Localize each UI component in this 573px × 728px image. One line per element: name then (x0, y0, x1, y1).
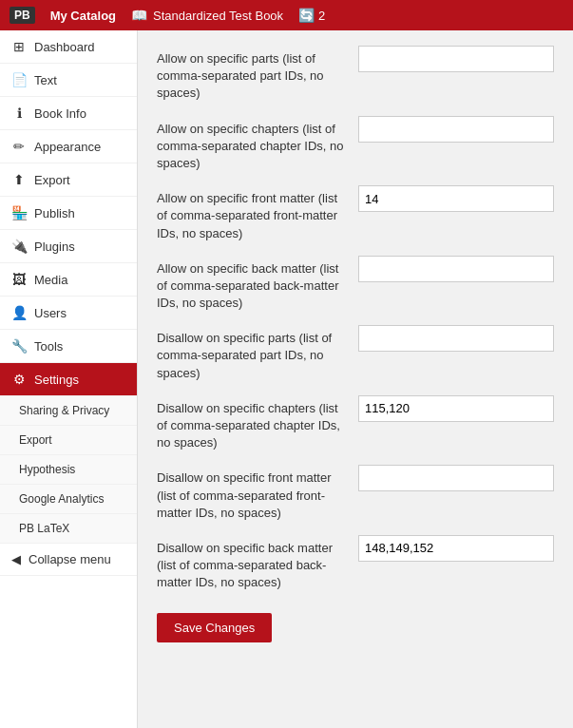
sidebar-submenu-hypothesis[interactable]: Hypothesis (0, 455, 137, 485)
dashboard-icon: ⊞ (11, 39, 27, 54)
form-input-disallow-chapters[interactable] (358, 395, 554, 422)
form-label-disallow-front-matter: Disallow on specific front matter (list … (157, 465, 347, 522)
form-row-disallow-front-matter: Disallow on specific front matter (list … (157, 465, 554, 522)
sidebar-item-export[interactable]: ⬆ Export (0, 163, 137, 197)
text-icon: 📄 (11, 72, 27, 87)
sidebar-label-appearance: Appearance (34, 140, 125, 154)
form-input-disallow-back-matter[interactable] (358, 535, 554, 562)
form-label-allow-front-matter: Allow on specific front matter (list of … (157, 185, 347, 242)
book-icon: 📖 (131, 8, 147, 23)
form-input-allow-chapters[interactable] (358, 116, 554, 143)
sidebar-label-text: Text (34, 73, 125, 87)
form-input-wrap-allow-chapters (358, 116, 554, 143)
form-row-disallow-parts: Disallow on specific parts (list of comm… (157, 325, 554, 382)
appearance-icon: ✏ (11, 139, 27, 154)
form-input-wrap-disallow-chapters (358, 395, 554, 422)
sidebar-submenu-google-analytics[interactable]: Google Analytics (0, 485, 137, 514)
my-catalog-link[interactable]: My Catalog (50, 9, 116, 23)
sidebar-item-dashboard[interactable]: ⊞ Dashboard (0, 30, 137, 64)
layout: ⊞ Dashboard 📄 Text ℹ Book Info ✏ Appeara… (0, 30, 573, 728)
form-input-disallow-front-matter[interactable] (358, 465, 554, 491)
sidebar-item-publish[interactable]: 🏪 Publish (0, 197, 137, 230)
form-label-disallow-back-matter: Disallow on specific back matter (list o… (157, 535, 347, 592)
form-input-allow-parts[interactable] (358, 46, 554, 72)
save-changes-button[interactable]: Save Changes (157, 613, 272, 642)
main-content: Allow on specific parts (list of comma-s… (138, 30, 573, 728)
sidebar-item-text[interactable]: 📄 Text (0, 64, 137, 97)
sidebar-submenu-export-sub[interactable]: Export (0, 426, 137, 455)
sidebar-label-export: Export (34, 173, 125, 187)
sidebar-item-plugins[interactable]: 🔌 Plugins (0, 230, 137, 263)
tools-icon: 🔧 (11, 338, 27, 354)
sidebar-item-appearance[interactable]: ✏ Appearance (0, 130, 137, 163)
sync-icon: 🔄 (298, 8, 315, 23)
form-label-allow-back-matter: Allow on specific back matter (list of c… (157, 256, 347, 313)
form-input-wrap-disallow-front-matter (358, 465, 554, 491)
sidebar-label-tools: Tools (34, 339, 125, 354)
settings-icon: ⚙ (11, 372, 27, 387)
sidebar: ⊞ Dashboard 📄 Text ℹ Book Info ✏ Appeara… (0, 30, 138, 728)
collapse-icon: ◀ (11, 552, 21, 566)
form-input-wrap-allow-parts (358, 46, 554, 72)
media-icon: 🖼 (11, 272, 27, 287)
form-input-disallow-parts[interactable] (358, 325, 554, 352)
form-label-disallow-parts: Disallow on specific parts (list of comm… (157, 325, 347, 382)
form-input-wrap-allow-front-matter (358, 185, 554, 212)
sidebar-label-publish: Publish (34, 206, 125, 220)
sidebar-item-settings[interactable]: ⚙ Settings (0, 363, 137, 396)
export-icon: ⬆ (11, 172, 27, 187)
sidebar-label-book-info: Book Info (34, 106, 125, 121)
publish-icon: 🏪 (11, 205, 27, 220)
form-row-allow-front-matter: Allow on specific front matter (list of … (157, 185, 554, 242)
form-row-disallow-chapters: Disallow on specific chapters (list of c… (157, 395, 554, 452)
form-input-allow-front-matter[interactable] (358, 185, 554, 212)
top-bar: PB My Catalog 📖 Standardized Test Book 🔄… (0, 0, 573, 30)
form-label-allow-chapters: Allow on specific chapters (list of comm… (157, 116, 347, 173)
sidebar-label-plugins: Plugins (34, 239, 125, 254)
form-row-allow-chapters: Allow on specific chapters (list of comm… (157, 116, 554, 173)
updates-count: 2 (318, 9, 325, 23)
sidebar-label-dashboard: Dashboard (34, 40, 125, 54)
sidebar-item-tools[interactable]: 🔧 Tools (0, 330, 137, 363)
sidebar-label-media: Media (34, 273, 125, 287)
sidebar-submenu-sharing-privacy[interactable]: Sharing & Privacy (0, 396, 137, 426)
users-icon: 👤 (11, 305, 27, 320)
pb-logo: PB (10, 7, 35, 24)
sidebar-item-users[interactable]: 👤 Users (0, 297, 137, 330)
book-title: Standardized Test Book (153, 9, 283, 23)
book-title-area: 📖 Standardized Test Book (131, 8, 283, 23)
updates-button[interactable]: 🔄 2 (298, 8, 325, 23)
form-input-wrap-allow-back-matter (358, 256, 554, 282)
form-row-allow-back-matter: Allow on specific back matter (list of c… (157, 256, 554, 313)
collapse-menu-button[interactable]: ◀ Collapse menu (0, 544, 137, 576)
sidebar-submenu-pb-latex[interactable]: PB LaTeX (0, 514, 137, 544)
collapse-menu-label: Collapse menu (29, 552, 111, 566)
form-input-wrap-disallow-parts (358, 325, 554, 352)
form-input-allow-back-matter[interactable] (358, 256, 554, 282)
form-input-wrap-disallow-back-matter (358, 535, 554, 562)
form-label-allow-parts: Allow on specific parts (list of comma-s… (157, 46, 347, 103)
form-label-disallow-chapters: Disallow on specific chapters (list of c… (157, 395, 347, 452)
sidebar-label-users: Users (34, 306, 125, 320)
form-row-disallow-back-matter: Disallow on specific back matter (list o… (157, 535, 554, 592)
sidebar-label-settings: Settings (34, 373, 125, 387)
sidebar-item-media[interactable]: 🖼 Media (0, 263, 137, 297)
sidebar-item-book-info[interactable]: ℹ Book Info (0, 97, 137, 130)
form-row-allow-parts: Allow on specific parts (list of comma-s… (157, 46, 554, 103)
book-info-icon: ℹ (11, 105, 27, 121)
plugins-icon: 🔌 (11, 239, 27, 254)
